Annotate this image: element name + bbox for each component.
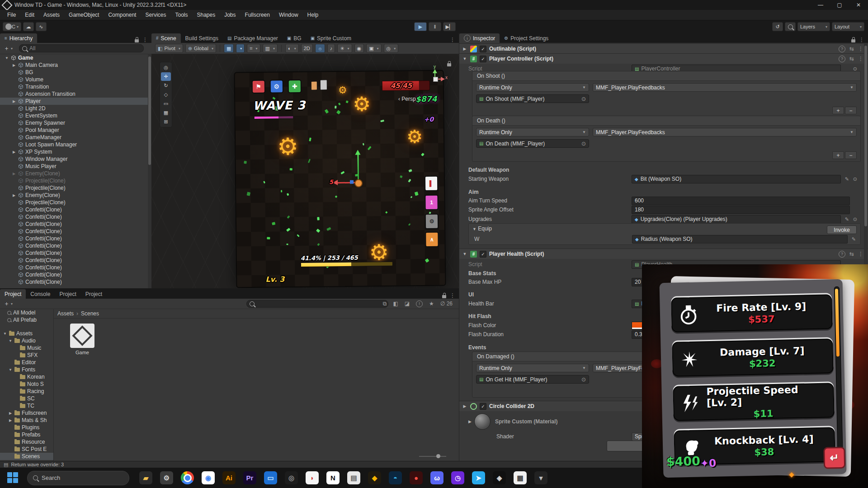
hierarchy-item[interactable]: ▶ XP System <box>0 148 148 155</box>
gizmo-y-axis[interactable] <box>357 152 359 183</box>
measure-dropdown[interactable]: ▥▾ <box>263 44 278 53</box>
effects-dropdown[interactable]: ✳▾ <box>337 44 352 53</box>
tab-build-settings[interactable]: Build Settings <box>181 33 223 43</box>
scene-viewport[interactable]: ◎ ✛ ↻ ◇ ▭ ▦ ⊞ ⚑ ⚙ ✚ 45/45 <box>151 54 459 288</box>
move-tool[interactable]: ✛ <box>161 72 171 81</box>
event-mode-dropdown[interactable]: Runtime Only▼ <box>476 364 589 372</box>
component-header-outlinable[interactable]: ▶ ✓ Outlinable (Script) ?⇆⋮ <box>459 43 868 54</box>
hierarchy-search-input[interactable]: All <box>19 44 144 52</box>
create-asset-button[interactable]: ＋▾ <box>4 300 13 308</box>
tab-project-2[interactable]: Project <box>55 289 80 299</box>
hierarchy-item[interactable]: Window Manager <box>0 155 148 163</box>
saved-search-item[interactable]: All Model <box>0 309 53 316</box>
unity-hub-icon[interactable]: ◈ <box>493 471 506 484</box>
lock-icon[interactable] <box>442 295 446 298</box>
hierarchy-item[interactable]: Confetti(Clone) <box>0 249 148 257</box>
pause-button[interactable]: ‖ <box>429 22 441 31</box>
event-remove-button[interactable]: − <box>845 151 857 159</box>
hierarchy-item[interactable]: Projectile(Clone) <box>0 199 148 206</box>
hierarchy-item[interactable]: ▶ Enemy(Clone) <box>0 192 148 199</box>
thumbnail-zoom-slider[interactable] <box>419 456 446 457</box>
hierarchy-item[interactable]: Volume <box>0 76 148 83</box>
telegram-icon[interactable]: ➤ <box>472 471 485 484</box>
lock-icon[interactable] <box>851 39 855 42</box>
expand-arrow-icon[interactable]: ▶ <box>8 411 13 415</box>
hierarchy-item[interactable]: Confetti(Clone) <box>0 213 148 221</box>
project-folder-item[interactable]: ▶ Mats & Sh <box>0 417 53 424</box>
photos-icon[interactable]: ◎ <box>285 471 298 484</box>
upgrade-card-damage[interactable]: Damage [Lv. 7] $232 <box>672 338 834 376</box>
hierarchy-item[interactable]: Confetti(Clone) <box>0 242 148 249</box>
shading-mode-dropdown[interactable]: ◐▾ <box>285 44 299 53</box>
rotate-tool[interactable]: ↻ <box>161 81 171 90</box>
edit-icon[interactable]: ✎ <box>845 176 849 182</box>
project-folder-item[interactable]: ▼ Fonts <box>0 366 53 373</box>
panel-menu-icon[interactable]: ⋮ <box>142 37 148 43</box>
transform-tool[interactable]: ▦ <box>161 108 171 117</box>
project-folder-item[interactable]: Korean <box>0 373 53 380</box>
gizmo-lock-icon[interactable] <box>447 63 451 66</box>
file-explorer-icon[interactable]: ▰ <box>139 471 152 484</box>
menu-assets[interactable]: Assets <box>39 10 64 20</box>
w-weapon-field[interactable]: ◆Radius (Weapon SO) <box>632 235 848 244</box>
alert-icon[interactable]: ! <box>416 300 423 307</box>
edit-icon[interactable]: ✎ <box>852 236 856 242</box>
project-folder-item[interactable]: TC <box>0 402 53 409</box>
expand-arrow-icon[interactable]: ▶ <box>12 150 16 154</box>
step-button[interactable]: ▶▏ <box>443 22 456 31</box>
inspector-tab[interactable]: iInspector <box>459 33 500 43</box>
menu-shapes[interactable]: Shapes <box>192 10 220 20</box>
expand-arrow-icon[interactable]: ▼ <box>8 339 13 343</box>
project-folder-item[interactable]: Editor <box>0 359 53 366</box>
hierarchy-item[interactable]: Ascension Transition <box>0 90 148 98</box>
object-picker-icon[interactable]: ⊙ <box>853 216 857 222</box>
scene-visibility-toggle[interactable]: ◉ <box>354 44 364 53</box>
hierarchy-item[interactable]: Music Player <box>0 163 148 170</box>
hierarchy-tab[interactable]: ≡Hierarchy <box>0 33 37 43</box>
hierarchy-item[interactable]: Transition <box>0 83 148 90</box>
project-settings-tab[interactable]: ⚙Project Settings <box>500 33 553 43</box>
menu-tools[interactable]: Tools <box>170 10 192 20</box>
component-header-player-controller[interactable]: ▼# ✓ Player Controller (Script) ?⇆⋮ <box>459 53 868 64</box>
view-tool[interactable]: ◎ <box>161 63 171 72</box>
play-button[interactable]: ▶ <box>414 22 427 31</box>
favorites-icon[interactable]: ★ <box>429 300 434 307</box>
enabled-checkbox[interactable]: ✓ <box>480 56 486 62</box>
project-folder-item[interactable]: SFX <box>0 352 53 359</box>
paint-icon[interactable]: ◗ <box>306 471 319 484</box>
tab-sprite-custom[interactable]: ▣Sprite Custom <box>306 33 356 43</box>
project-search-input[interactable] <box>246 300 388 308</box>
panel-menu-icon[interactable]: ⋮ <box>450 292 455 299</box>
menu-edit[interactable]: Edit <box>20 10 39 20</box>
maximize-button[interactable]: ▢ <box>830 0 849 10</box>
start-button[interactable] <box>7 472 19 484</box>
component-header-player-health[interactable]: ▼# ✓ Player Health (Script) ?⇆⋮ <box>459 249 868 259</box>
layers-dropdown[interactable]: Layers▾ <box>797 22 830 31</box>
project-folder-item[interactable]: Prefabs <box>0 431 53 438</box>
hierarchy-item[interactable]: GameManager <box>0 134 148 141</box>
expand-arrow-icon[interactable]: ▶ <box>12 172 16 176</box>
gizmo-z-handle[interactable] <box>350 180 354 184</box>
hierarchy-item[interactable]: ▶ Enemy(Clone) <box>0 170 148 177</box>
aim-turn-speed-input[interactable]: 600 <box>632 197 850 205</box>
open-in-new-icon[interactable]: ⧉ <box>383 300 387 307</box>
minimize-button[interactable]: — <box>811 0 830 10</box>
hidden-count[interactable]: ∅ 26 <box>440 300 453 307</box>
upgrade-card-fire-rate[interactable]: Fire Rate [Lv. 9] $537 <box>671 294 833 332</box>
hierarchy-item[interactable]: Confetti(Clone) <box>0 271 148 278</box>
hierarchy-item[interactable]: Confetti(Clone) <box>0 257 148 264</box>
object-picker-icon[interactable]: ⊙ <box>853 176 857 182</box>
expand-arrow-icon[interactable]: ▼ <box>8 368 13 372</box>
event-target-field[interactable]: ▤On Shoot (MMF_Player)⊙ <box>476 94 589 103</box>
sprite-angle-offset-input[interactable]: 180 <box>632 206 850 214</box>
hierarchy-item[interactable]: Confetti(Clone) <box>0 221 148 228</box>
expand-arrow-icon[interactable]: ▶ <box>12 193 16 197</box>
shop-scrollbar[interactable] <box>834 286 843 468</box>
global-dropdown[interactable]: ⊕Global▾ <box>185 44 216 53</box>
taskbar-search[interactable]: Search <box>27 471 129 485</box>
event-remove-button[interactable]: − <box>845 107 857 114</box>
tab-scene[interactable]: #Scene <box>151 33 181 43</box>
discord-icon[interactable]: ω <box>430 471 443 484</box>
tab-project-0[interactable]: Project <box>0 289 26 299</box>
rig-tool-button[interactable]: ∿ <box>36 22 47 31</box>
